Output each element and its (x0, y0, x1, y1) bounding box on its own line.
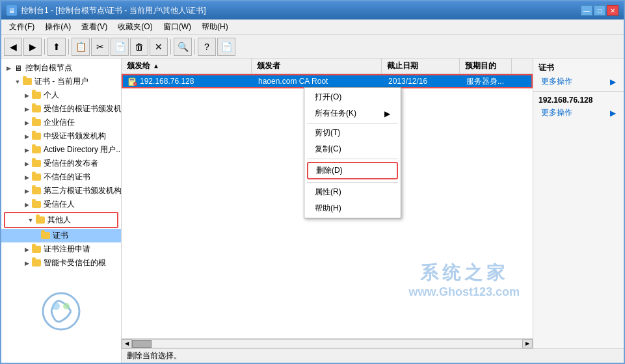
sidebar-item-third-party[interactable]: ▶ 第三方根证书颁发机构 (1, 184, 121, 198)
ctx-cut[interactable]: 剪切(T) (304, 125, 401, 141)
cut-button[interactable]: ✂ (91, 38, 109, 56)
col-header-fangzhe[interactable]: 颁发者 (252, 58, 382, 73)
ctx-properties-label: 属性(R) (315, 187, 341, 198)
expand-personal[interactable]: ▶ (22, 91, 31, 100)
untrusted-icon (31, 172, 42, 183)
expand-smart-card[interactable]: ▶ (22, 259, 31, 268)
properties-button[interactable]: 🔍 (174, 38, 192, 56)
menu-window[interactable]: 窗口(W) (158, 20, 196, 34)
ctx-help[interactable]: 帮助(H) (304, 200, 401, 216)
action-sep-1 (533, 91, 624, 92)
menu-favorites[interactable]: 收藏夹(O) (113, 20, 157, 34)
action-more-ops-1[interactable]: 更多操作 ▶ (533, 75, 624, 88)
sidebar-item-trusted-root[interactable]: ▶ 受信任的根证书颁发机... (1, 102, 121, 116)
tree-root: ▶ 🖥 控制台根节点 ▼ 证书 - 当前用户 ▶ (1, 58, 121, 272)
menu-file[interactable]: 文件(F) (4, 20, 40, 34)
action-more-ops-1-arrow: ▶ (610, 77, 616, 86)
scroll-right[interactable]: ▶ (522, 339, 533, 348)
sidebar-item-root[interactable]: ▶ 🖥 控制台根节点 (1, 61, 121, 75)
table-scrollbar[interactable]: ◀ ▶ (122, 338, 533, 348)
expand-trusted-root[interactable]: ▶ (22, 105, 31, 114)
sidebar-item-cert-reg[interactable]: ▶ 证书注册申请 (1, 242, 121, 256)
ctx-properties[interactable]: 属性(R) (304, 184, 401, 200)
certs-label: 证书 (53, 230, 68, 241)
menu-help[interactable]: 帮助(H) (196, 20, 233, 34)
menu-action[interactable]: 操作(A) (40, 20, 76, 34)
sidebar-item-others[interactable]: ▼ 其他人 (4, 212, 118, 228)
ctx-copy[interactable]: 复制(C) (304, 141, 401, 157)
copy-button[interactable]: 📋 (72, 38, 90, 56)
cell-fangzhe: haoen.com CA Root (253, 75, 383, 87)
menu-view[interactable]: 查看(V) (76, 20, 113, 34)
col-fanji-label: 颁发给 (127, 60, 150, 72)
col-header-fanji[interactable]: 颁发给 ▲ (122, 58, 252, 73)
expand-others[interactable]: ▼ (26, 216, 35, 225)
expand-trusted-pub[interactable]: ▶ (22, 159, 31, 168)
expand-intermediate[interactable]: ▶ (22, 132, 31, 141)
sidebar-item-smart-card[interactable]: ▶ 智能卡受信任的根 (1, 256, 121, 270)
col-header-yueqi[interactable]: 预期目的 (460, 58, 512, 73)
col-fangzhe-label: 颁发者 (257, 60, 280, 72)
expand-enterprise[interactable]: ▶ (22, 118, 31, 127)
sidebar-item-untrusted[interactable]: ▶ 不信任的证书 (1, 170, 121, 184)
col-header-date[interactable]: 截止日期 (382, 58, 460, 73)
cell-fanji-value: 192.168.76.128 (140, 77, 194, 86)
export-button[interactable]: 📄 (217, 38, 235, 56)
scroll-thumb-h[interactable] (132, 340, 152, 348)
smart-card-icon (31, 258, 42, 268)
others-label: 其他人 (47, 214, 71, 226)
trusted-root-label: 受信任的根证书颁发机... (44, 103, 122, 114)
ctx-all-tasks[interactable]: 所有任务(K) ▶ (304, 105, 401, 122)
sidebar-item-trusted-person[interactable]: ▶ 受信任人 (1, 198, 121, 211)
root-icon: 🖥 (13, 63, 23, 73)
scroll-left[interactable]: ◀ (122, 339, 132, 348)
sidebar-item-trusted-pub[interactable]: ▶ 受信任的发布者 (1, 157, 121, 170)
watermark-area (1, 285, 121, 337)
close-button[interactable]: ✕ (607, 5, 618, 16)
smart-card-label: 智能卡受信任的根 (44, 257, 106, 268)
sidebar-item-intermediate[interactable]: ▶ 中级证书颁发机构 (1, 129, 121, 143)
minimize-button[interactable]: — (581, 5, 592, 16)
expand-root[interactable]: ▶ (4, 64, 13, 73)
sort-indicator: ▲ (153, 62, 159, 70)
sidebar-item-personal[interactable]: ▶ 个人 (1, 88, 121, 102)
sidebar-item-enterprise[interactable]: ▶ 企业信任 (1, 116, 121, 129)
expand-untrusted[interactable]: ▶ (22, 173, 31, 182)
ctx-open[interactable]: 打开(O) (304, 89, 401, 105)
help-button[interactable]: ? (198, 38, 216, 56)
untrusted-label: 不信任的证书 (44, 172, 90, 183)
toolbar-sep-3 (170, 39, 171, 55)
cancel-button[interactable]: ✕ (150, 38, 168, 56)
expand-third-party[interactable]: ▶ (22, 187, 31, 196)
expand-cert-current[interactable]: ▼ (13, 77, 22, 86)
cert-icon: ✓ (128, 77, 137, 86)
action-more-ops-2[interactable]: 更多操作 ▶ (533, 106, 624, 120)
paste-button[interactable]: 📄 (111, 38, 129, 56)
back-button[interactable]: ◀ (4, 38, 22, 56)
trusted-pub-label: 受信任的发布者 (44, 158, 98, 169)
cell-date: 2013/12/16 (383, 75, 461, 87)
trusted-person-icon (31, 200, 42, 210)
expand-cert-reg[interactable]: ▶ (22, 245, 31, 254)
sidebar-item-cert-current[interactable]: ▼ 证书 - 当前用户 (1, 75, 121, 88)
personal-folder-icon (31, 90, 42, 101)
toolbar: ◀ ▶ ⬆ 📋 ✂ 📄 🗑 ✕ 🔍 ? 📄 (1, 35, 624, 58)
cell-fangzhe-value: haoen.com CA Root (258, 77, 328, 86)
ctx-delete[interactable]: 删除(D) (307, 162, 398, 179)
forward-button[interactable]: ▶ (23, 38, 42, 56)
ctx-all-tasks-label: 所有任务(K) (315, 108, 356, 119)
ad-label: Active Directory 用户... (44, 144, 122, 155)
up-button[interactable]: ⬆ (47, 38, 66, 56)
svg-point-1 (52, 302, 60, 310)
restore-button[interactable]: □ (594, 5, 605, 16)
third-party-icon (31, 186, 42, 196)
sidebar-item-ad[interactable]: ▶ Active Directory 用户... (1, 143, 121, 157)
window-icon: 🖥 (7, 5, 17, 16)
table-row[interactable]: ✓ 192.168.76.128 haoen.com CA Root 2013/… (122, 74, 533, 88)
ctx-sep-3 (307, 182, 398, 183)
context-menu: 打开(O) 所有任务(K) ▶ 剪切(T) 复制(C) (304, 87, 401, 218)
expand-trusted-person[interactable]: ▶ (22, 200, 31, 209)
delete-button[interactable]: 🗑 (130, 38, 148, 56)
expand-ad[interactable]: ▶ (22, 146, 31, 155)
sidebar-item-certs[interactable]: 证书 (1, 229, 121, 242)
